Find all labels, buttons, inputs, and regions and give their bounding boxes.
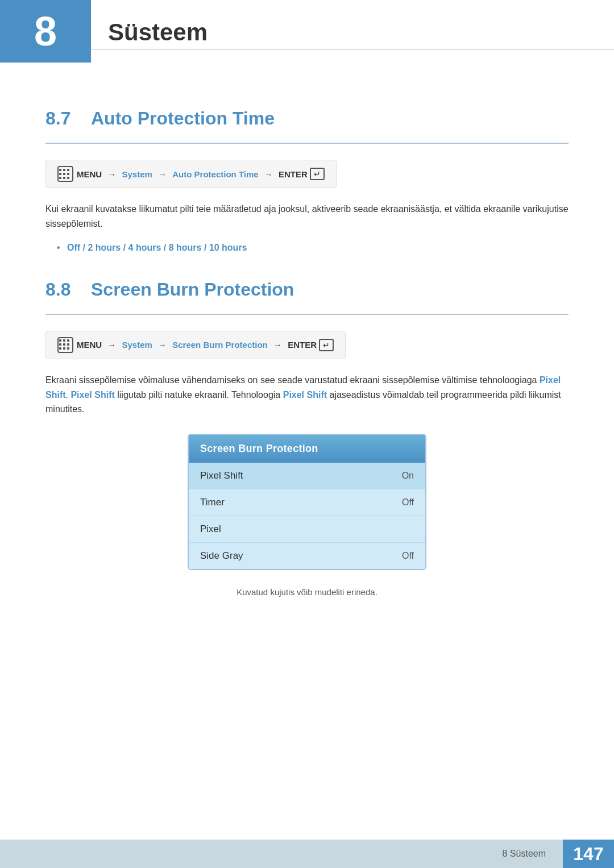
footer-label: 8 Süsteem bbox=[503, 849, 557, 859]
menu-path-text-88: MENU → System → Screen Burn Protection →… bbox=[77, 340, 317, 350]
enter-icon-87: ↵ bbox=[310, 168, 325, 180]
menu-item-87: Auto Protection Time bbox=[172, 169, 258, 179]
sbp-item-side-gray[interactable]: Side Gray Off bbox=[189, 543, 425, 569]
sbp-item-side-gray-value: Off bbox=[402, 551, 414, 561]
sbp-item-pixel[interactable]: Pixel bbox=[189, 516, 425, 543]
section-87-bullet-list: Off / 2 hours / 4 hours / 8 hours / 10 h… bbox=[57, 240, 569, 256]
section-88-heading: 8.8 Screen Burn Protection bbox=[45, 279, 569, 300]
menu-system-87: System bbox=[122, 169, 152, 179]
menu-system-88: System bbox=[122, 340, 152, 350]
panel-caption: Kuvatud kujutis võib mudeliti erineda. bbox=[45, 587, 569, 597]
sbp-item-timer-value: Off bbox=[402, 497, 414, 508]
body-text-part3: liigutab pilti natuke ekraanil. Tehnoloo… bbox=[115, 390, 283, 400]
menu-grid-88 bbox=[59, 339, 70, 350]
menu-label-87: MENU bbox=[77, 169, 102, 179]
chapter-header-bar: 8 bbox=[0, 0, 91, 63]
sbp-item-pixel-shift-value: On bbox=[402, 471, 414, 481]
menu-label-88: MENU bbox=[77, 340, 102, 350]
section-87-title: Auto Protection Time bbox=[91, 108, 275, 129]
section-88-title: Screen Burn Protection bbox=[91, 279, 294, 300]
chapter-title-bar: Süsteem bbox=[91, 16, 614, 50]
sbp-item-side-gray-name: Side Gray bbox=[200, 550, 243, 562]
menu-enter-88: ENTER bbox=[288, 340, 317, 350]
pixel-shift-ref3: Pixel Shift bbox=[283, 390, 327, 400]
menu-icon-88 bbox=[57, 337, 73, 353]
main-content: 8.7 Auto Protection Time MENU → System →… bbox=[0, 74, 614, 665]
sbp-panel-header: Screen Burn Protection bbox=[189, 435, 425, 463]
menu-path-text-87: MENU → System → Auto Protection Time → E… bbox=[77, 169, 308, 179]
sbp-item-timer-name: Timer bbox=[200, 497, 225, 508]
section-87-heading: 8.7 Auto Protection Time bbox=[45, 108, 569, 129]
footer: 8 Süsteem 147 bbox=[0, 840, 614, 868]
section-87-number: 8.7 bbox=[45, 108, 80, 129]
section-88-number: 8.8 bbox=[45, 279, 80, 300]
body-text-part1: Ekraani sissepõlemise võimaluse vähendam… bbox=[45, 375, 540, 385]
enter-icon-88: ↵ bbox=[319, 339, 334, 351]
section-87: 8.7 Auto Protection Time MENU → System →… bbox=[45, 108, 569, 256]
section-87-body: Kui ekraanil kuvatakse liikumatut pilti … bbox=[45, 202, 569, 231]
section-88-divider bbox=[45, 314, 569, 315]
pixel-shift-ref2: Pixel Shift bbox=[70, 390, 114, 400]
sbp-item-pixel-shift[interactable]: Pixel Shift On bbox=[189, 463, 425, 489]
sbp-item-pixel-name: Pixel bbox=[200, 524, 221, 535]
sbp-item-timer[interactable]: Timer Off bbox=[189, 489, 425, 516]
section-88-menu-path: MENU → System → Screen Burn Protection →… bbox=[45, 331, 346, 359]
footer-page-number: 147 bbox=[563, 840, 614, 868]
section-87-divider bbox=[45, 143, 569, 144]
menu-icon-87 bbox=[57, 166, 73, 182]
chapter-number: 8 bbox=[34, 11, 57, 52]
menu-grid-87 bbox=[59, 169, 70, 180]
section-87-menu-path: MENU → System → Auto Protection Time → E… bbox=[45, 160, 337, 188]
menu-item-88: Screen Burn Protection bbox=[172, 340, 268, 350]
menu-enter-87: ENTER bbox=[279, 169, 308, 179]
sbp-item-pixel-shift-name: Pixel Shift bbox=[200, 470, 243, 481]
section-88-body: Ekraani sissepõlemise võimaluse vähendam… bbox=[45, 373, 569, 417]
chapter-title: Süsteem bbox=[108, 19, 208, 46]
sbp-panel: Screen Burn Protection Pixel Shift On Ti… bbox=[188, 434, 426, 570]
section-88: 8.8 Screen Burn Protection MENU → System… bbox=[45, 279, 569, 597]
section-87-bullet-item: Off / 2 hours / 4 hours / 8 hours / 10 h… bbox=[57, 240, 569, 256]
